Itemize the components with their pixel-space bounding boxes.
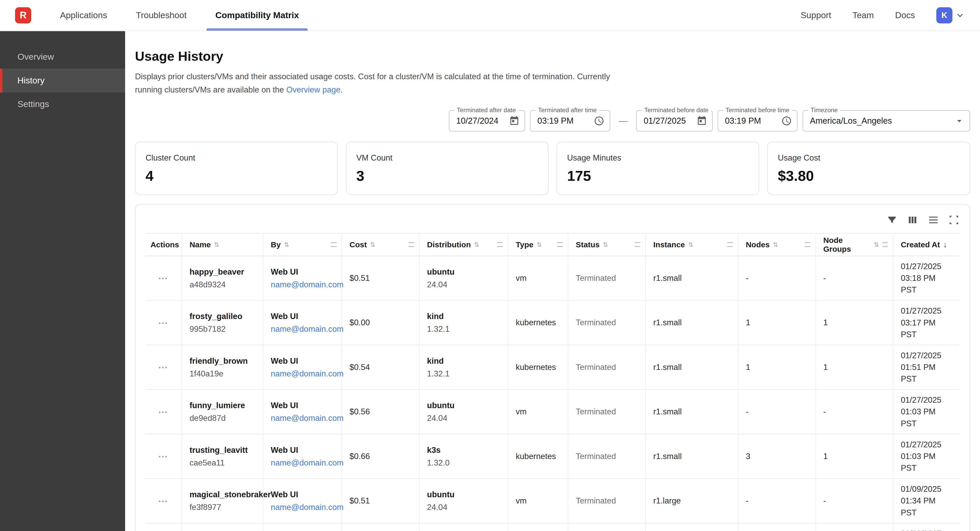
column-resize-handle[interactable] — [882, 242, 888, 247]
column-header-instance[interactable]: Instance⇅ — [646, 233, 738, 256]
creator-email-link[interactable]: name@domain.com — [271, 502, 334, 513]
row-actions-button[interactable]: ••• — [156, 452, 171, 461]
brand-logo[interactable]: R — [15, 7, 31, 24]
column-resize-handle[interactable] — [805, 242, 810, 247]
nav-troubleshoot[interactable]: Troubleshoot — [129, 0, 193, 31]
terminated-before-date-field[interactable]: Terminated before date 01/27/2025 — [636, 110, 713, 132]
column-header-name[interactable]: Name⇅ — [182, 233, 263, 256]
column-header-node-groups[interactable]: Node Groups⇅ — [816, 233, 893, 256]
stat-label: Usage Cost — [778, 153, 959, 163]
node-groups-value: 1 — [823, 452, 827, 461]
stat-card-usage-cost: Usage Cost $3.80 — [767, 141, 970, 195]
clock-icon[interactable] — [781, 116, 792, 126]
row-actions-button[interactable]: ••• — [156, 319, 171, 328]
table-row: ••• trusting_leavitt cae5ea11 Web UI nam… — [145, 434, 959, 479]
nav-team[interactable]: Team — [853, 10, 874, 20]
column-header-nodes[interactable]: Nodes⇅ — [738, 233, 816, 256]
sort-icon[interactable]: ⇅ — [874, 241, 879, 248]
sidebar-item-settings[interactable]: Settings — [0, 92, 125, 116]
sort-icon[interactable]: ⇅ — [536, 241, 542, 248]
terminated-after-date-field[interactable]: Terminated after date 10/27/2024 — [449, 110, 525, 132]
terminated-before-date-label: Terminated before date — [642, 106, 711, 114]
page-description: Displays prior clusters/VMs and their as… — [135, 70, 630, 97]
terminated-before-date-value: 01/27/2025 — [644, 116, 686, 126]
creator-email-link[interactable]: name@domain.com — [271, 279, 334, 290]
column-resize-handle[interactable] — [497, 242, 503, 247]
column-resize-handle[interactable] — [331, 242, 337, 247]
overview-page-link[interactable]: Overview page — [286, 85, 340, 94]
sort-desc-icon[interactable]: ↓ — [943, 240, 947, 249]
row-actions-button[interactable]: ••• — [156, 363, 171, 372]
cluster-id: de9ed87d — [189, 413, 255, 424]
user-menu[interactable]: K — [936, 7, 965, 24]
column-header-created-at[interactable]: Created At↓ — [893, 233, 960, 256]
column-header-type[interactable]: Type⇅ — [508, 233, 568, 256]
sort-icon[interactable]: ⇅ — [214, 241, 219, 248]
created-by: Web UI — [271, 266, 334, 278]
created-time: 01:51 PM PST — [900, 361, 952, 385]
clock-icon[interactable] — [594, 116, 605, 126]
nav-compatibility-matrix[interactable]: Compatibility Matrix — [209, 0, 305, 31]
creator-email-link[interactable]: name@domain.com — [271, 369, 334, 379]
stat-label: Cluster Count — [145, 153, 327, 163]
chevron-down-icon — [955, 10, 965, 20]
filter-button[interactable] — [886, 214, 897, 225]
column-header-status[interactable]: Status⇅ — [568, 233, 646, 256]
creator-email-link[interactable]: name@domain.com — [271, 324, 334, 334]
sort-icon[interactable]: ⇅ — [773, 241, 778, 248]
created-by: Web UI — [271, 489, 334, 500]
row-actions-button[interactable]: ••• — [156, 407, 171, 417]
status-badge: Terminated — [576, 407, 616, 416]
sort-icon[interactable]: ⇅ — [603, 241, 608, 248]
created-date: 01/09/2025 — [900, 483, 952, 495]
column-label: Status — [576, 240, 600, 249]
fullscreen-button[interactable] — [948, 214, 959, 225]
timezone-select[interactable]: Timezone America/Los_Angeles — [803, 110, 970, 132]
row-actions-button[interactable]: ••• — [156, 497, 171, 506]
column-header-distribution[interactable]: Distribution⇅ — [419, 233, 508, 256]
creator-email-link[interactable]: name@domain.com — [271, 458, 334, 468]
nav-applications[interactable]: Applications — [54, 0, 113, 31]
created-by: Web UI — [271, 355, 334, 367]
terminated-after-time-field[interactable]: Terminated after time 03:19 PM — [530, 110, 610, 132]
nav-docs[interactable]: Docs — [895, 10, 915, 20]
cluster-name: trusting_leavitt — [189, 444, 255, 456]
sidebar: Overview History Settings — [0, 31, 125, 531]
column-label: Distribution — [427, 240, 471, 249]
columns-button[interactable] — [907, 214, 918, 225]
column-header-cost[interactable]: Cost⇅ — [342, 233, 419, 256]
terminated-after-date-value: 10/27/2024 — [456, 116, 498, 126]
nav-support[interactable]: Support — [800, 10, 831, 20]
created-by: Web UI — [271, 311, 334, 322]
created-by: Web UI — [271, 444, 334, 456]
top-nav: R Applications Troubleshoot Compatibilit… — [0, 0, 980, 31]
sort-icon[interactable]: ⇅ — [370, 241, 375, 248]
sort-icon[interactable]: ⇅ — [474, 241, 479, 248]
table-row: ••• friendly_brown 1f40a19e Web UI name@… — [145, 345, 959, 390]
sidebar-item-history[interactable]: History — [0, 68, 125, 92]
type-value: vm — [516, 407, 527, 416]
cost-value: $0.54 — [350, 363, 370, 372]
created-time: 03:17 PM PST — [900, 317, 952, 341]
sort-icon[interactable]: ⇅ — [688, 241, 694, 248]
stat-card-cluster-count: Cluster Count 4 — [135, 141, 337, 195]
column-resize-handle[interactable] — [635, 242, 640, 247]
column-resize-handle[interactable] — [408, 242, 414, 247]
cost-value: $0.51 — [350, 274, 370, 283]
avatar-letter: K — [942, 11, 948, 20]
primary-nav: Applications Troubleshoot Compatibility … — [54, 0, 321, 31]
sidebar-item-overview[interactable]: Overview — [0, 45, 125, 68]
terminated-before-time-field[interactable]: Terminated before time 03:19 PM — [718, 110, 798, 132]
column-header-by[interactable]: By⇅ — [263, 233, 342, 256]
chevron-down-icon[interactable] — [954, 116, 965, 126]
sort-icon[interactable]: ⇅ — [284, 241, 289, 248]
column-label: Actions — [150, 240, 179, 249]
calendar-icon[interactable] — [697, 116, 707, 126]
calendar-icon[interactable] — [509, 116, 520, 126]
density-button[interactable] — [928, 214, 939, 225]
usage-table-card: Actions Name⇅ By⇅ Cost⇅ Distribution⇅ — [135, 204, 970, 531]
row-actions-button[interactable]: ••• — [156, 274, 171, 283]
column-resize-handle[interactable] — [727, 242, 733, 247]
creator-email-link[interactable]: name@domain.com — [271, 413, 334, 424]
column-resize-handle[interactable] — [557, 242, 563, 247]
